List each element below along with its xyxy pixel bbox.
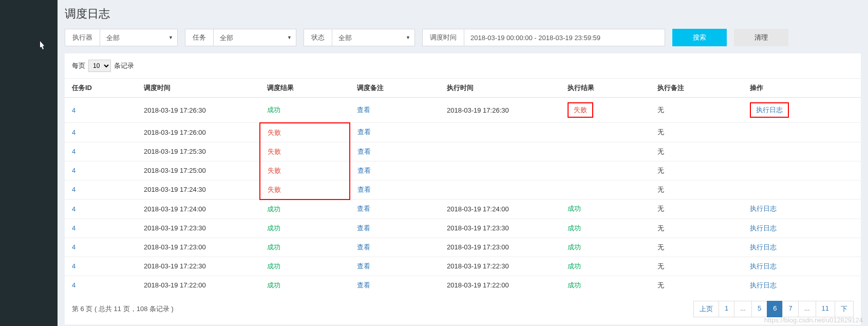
op-cell: 执行日志 [743,257,861,276]
exec-result-cell: 成功 [560,219,650,238]
view-link[interactable]: 查看 [357,281,370,289]
exec-result-cell: 失败 [560,98,650,123]
task-id-link[interactable]: 4 [72,106,76,114]
view-link[interactable]: 查看 [357,106,370,114]
page-button[interactable]: 7 [782,301,798,317]
log-panel: 每页 10 条记录 任务ID 调度时间 调度结果 调度备注 执行时间 执行结果 … [65,53,861,324]
op-cell: 执行日志 [743,200,861,219]
col-exec-note: 执行备注 [650,79,743,98]
dispatch-result-cell: 失败 [260,180,350,200]
col-dispatch-time: 调度时间 [137,79,260,98]
view-link[interactable]: 查看 [357,128,371,136]
dispatch-time-cell: 2018-03-19 17:25:30 [137,142,260,161]
exec-time-cell [440,142,560,161]
op-cell: 执行日志 [743,238,861,257]
task-id-link[interactable]: 4 [72,281,76,289]
filter-task-label: 任务 [185,29,214,46]
task-id-link[interactable]: 4 [72,205,76,213]
dispatch-result-cell: 失败 [260,123,350,142]
dispatch-result-cell: 失败 [260,142,350,161]
filter-time-input[interactable] [464,29,665,46]
dispatch-result-cell: 成功 [260,238,350,257]
view-link[interactable]: 查看 [357,224,370,232]
op-cell: 执行日志 [743,219,861,238]
search-button[interactable]: 搜索 [672,29,727,46]
page-button[interactable]: 5 [751,301,767,317]
exec-time-cell: 2018-03-19 17:24:00 [440,200,560,219]
view-link[interactable]: 查看 [357,243,370,251]
filter-status-select[interactable]: 全部 [332,29,414,46]
page-button[interactable]: 1 [719,301,734,317]
task-id-link[interactable]: 4 [72,167,76,174]
exec-log-link[interactable]: 执行日志 [750,224,777,232]
view-link[interactable]: 查看 [357,148,371,155]
dispatch-result-cell: 失败 [260,161,350,180]
exec-note-cell: 无 [650,238,743,257]
exec-result-cell: 成功 [560,257,650,276]
page-length-control: 每页 10 条记录 [65,60,861,78]
dispatch-time-cell: 2018-03-19 17:26:00 [137,123,260,142]
dispatch-result-cell: 成功 [260,200,350,219]
exec-result-cell: 成功 [560,200,650,219]
page-title: 调度日志 [58,0,868,29]
page-button: ... [734,301,752,317]
table-row: 42018-03-19 17:26:30成功查看2018-03-19 17:26… [65,98,861,123]
filter-time-label: 调度时间 [423,29,464,46]
view-link[interactable]: 查看 [357,186,371,193]
dispatch-time-cell: 2018-03-19 17:22:30 [137,257,260,276]
task-id-link[interactable]: 4 [72,224,76,232]
op-cell [743,123,861,142]
col-exec-time: 执行时间 [440,79,560,98]
filter-bar: 执行器 全部 任务 全部 状态 全部 调度时间 搜索 清理 [58,29,868,53]
page-button[interactable]: 上页 [693,301,719,317]
task-id-link[interactable]: 4 [72,186,76,193]
exec-note-cell: 无 [650,161,743,180]
length-prefix: 每页 [72,61,85,70]
dispatch-time-cell: 2018-03-19 17:26:30 [137,98,260,123]
table-footer: 第 6 页 ( 总共 11 页，108 条记录 ) 上页1...567...11… [65,295,861,317]
op-cell [743,161,861,180]
exec-note-cell: 无 [650,219,743,238]
dispatch-time-cell: 2018-03-19 17:23:30 [137,219,260,238]
dispatch-time-cell: 2018-03-19 17:22:00 [137,276,260,295]
col-op: 操作 [743,79,861,98]
exec-log-link[interactable]: 执行日志 [750,102,789,118]
view-link[interactable]: 查看 [357,167,371,174]
pointer-cursor-icon [37,40,46,54]
length-select[interactable]: 10 [88,60,111,72]
table-row: 42018-03-19 17:24:00成功查看2018-03-19 17:24… [65,200,861,219]
table-row: 42018-03-19 17:22:30成功查看2018-03-19 17:22… [65,257,861,276]
dispatch-result-cell: 成功 [260,98,350,123]
page-button[interactable]: 6 [767,301,783,317]
exec-log-link[interactable]: 执行日志 [750,281,777,289]
table-row: 42018-03-19 17:26:00失败查看无 [65,123,861,142]
filter-status: 状态 全部 [304,29,415,46]
exec-note-cell: 无 [650,200,743,219]
task-id-link[interactable]: 4 [72,129,76,136]
clear-button[interactable]: 清理 [734,29,788,46]
task-id-link[interactable]: 4 [72,243,76,251]
view-link[interactable]: 查看 [357,205,370,212]
filter-executor-select[interactable]: 全部 [100,29,177,46]
table-row: 42018-03-19 17:24:30失败查看无 [65,180,861,200]
view-link[interactable]: 查看 [357,262,370,270]
exec-note-cell: 无 [650,98,743,123]
page-button[interactable]: 11 [816,301,835,317]
exec-time-cell: 2018-03-19 17:26:30 [440,98,560,123]
filter-time: 调度时间 [422,29,665,46]
exec-note-cell: 无 [650,180,743,200]
task-id-link[interactable]: 4 [72,262,76,270]
exec-log-link[interactable]: 执行日志 [750,205,777,212]
task-id-link[interactable]: 4 [72,148,76,155]
page-button: ... [798,301,816,317]
dispatch-time-cell: 2018-03-19 17:24:30 [137,180,260,200]
exec-note-cell: 无 [650,123,743,142]
op-cell [743,180,861,200]
table-header-row: 任务ID 调度时间 调度结果 调度备注 执行时间 执行结果 执行备注 操作 [65,79,861,98]
exec-log-link[interactable]: 执行日志 [750,243,777,251]
exec-result-cell [560,161,650,180]
exec-note-cell: 无 [650,142,743,161]
page-button[interactable]: 下 [835,301,854,317]
exec-log-link[interactable]: 执行日志 [750,262,777,270]
filter-task-select[interactable]: 全部 [214,29,296,46]
